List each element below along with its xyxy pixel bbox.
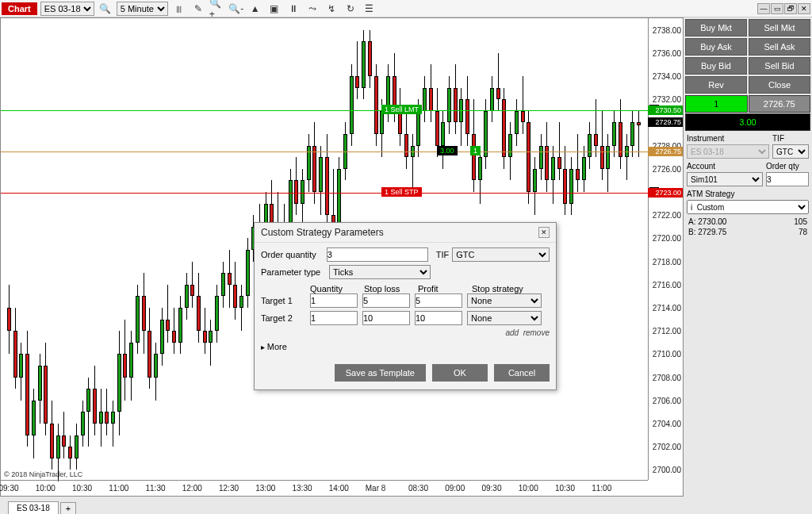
zoom-in-icon[interactable]: 🔍+ bbox=[209, 2, 225, 16]
target1-sl-input[interactable] bbox=[362, 293, 410, 308]
time-axis[interactable]: 09:3010:0010:3011:0011:3012:0012:3013:00… bbox=[1, 480, 648, 496]
entry-qty-tag: 1 bbox=[470, 146, 481, 155]
dlg-param-type-label: Parameter type bbox=[261, 267, 326, 277]
interval-select[interactable]: 5 Minute bbox=[117, 2, 168, 16]
order-qty-input[interactable] bbox=[766, 172, 809, 186]
atm-strategy-select[interactable]: i Custom bbox=[687, 200, 809, 214]
dialog-close-icon[interactable]: ✕ bbox=[538, 227, 550, 238]
save-template-button[interactable]: Save as Template bbox=[335, 364, 426, 382]
target2-profit-input[interactable] bbox=[415, 311, 462, 325]
instrument-select[interactable]: ES 03-18 bbox=[40, 2, 94, 16]
side-instrument-select[interactable]: ES 03-18 bbox=[687, 144, 769, 159]
minimize-icon[interactable]: ― bbox=[757, 3, 770, 14]
target1-stopstrategy-select[interactable]: None bbox=[467, 293, 542, 308]
remove-target-link[interactable]: remove bbox=[523, 328, 550, 337]
limit-order-line[interactable]: 1 Sell LMT ✕ bbox=[1, 110, 648, 111]
buy-mkt-button[interactable]: Buy Mkt bbox=[685, 19, 747, 36]
cancel-button[interactable]: Cancel bbox=[494, 364, 550, 382]
current-price-tag: 2729.75 bbox=[648, 117, 683, 127]
position-qty: 1 bbox=[685, 95, 748, 113]
ok-button[interactable]: OK bbox=[432, 364, 488, 382]
dlg-tif-label: TIF bbox=[436, 250, 450, 259]
account-select[interactable]: Sim101 bbox=[687, 172, 763, 186]
data-box-icon[interactable]: ▣ bbox=[266, 2, 282, 16]
entry-pnl-tag: 3.00 bbox=[437, 146, 458, 155]
more-toggle[interactable]: More bbox=[261, 342, 550, 351]
target1-label: Target 1 bbox=[261, 296, 305, 305]
strategy-icon[interactable]: ↯ bbox=[324, 2, 339, 16]
toolbar: Chart ES 03-18 🔍 5 Minute ⫼ ✎ 🔍+ 🔍- ▲ ▣ … bbox=[0, 0, 812, 17]
target2-sl-input[interactable] bbox=[362, 311, 410, 325]
close-window-icon[interactable]: ✕ bbox=[798, 3, 810, 14]
stop-order-tag[interactable]: 1 Sell STP bbox=[381, 187, 422, 197]
stop-price-tag: 2723.00 bbox=[648, 188, 683, 198]
atm-strategy-label: ATM Strategy bbox=[687, 190, 734, 198]
instrument-label: Instrument bbox=[687, 134, 769, 143]
reverse-button[interactable]: Rev bbox=[685, 76, 747, 94]
indicator-icon[interactable]: ⤳ bbox=[304, 2, 320, 16]
search-icon[interactable]: 🔍 bbox=[98, 2, 113, 16]
side-tif-select[interactable]: GTC bbox=[772, 144, 809, 159]
dlg-order-qty-label: Order quantity bbox=[261, 250, 324, 259]
sell-bid-button[interactable]: Sell Bid bbox=[749, 57, 810, 75]
close-position-button[interactable]: Close bbox=[749, 76, 810, 94]
copyright-text: © 2018 NinjaTrader, LLC bbox=[4, 470, 82, 478]
dialog-title: Custom Strategy Parameters bbox=[261, 227, 384, 238]
properties-icon[interactable]: ☰ bbox=[362, 2, 377, 16]
col-profit: Profit bbox=[418, 284, 472, 293]
ask-row: A: 2730.00 105 bbox=[688, 217, 807, 226]
tab-instrument[interactable]: ES 03-18 bbox=[8, 501, 59, 514]
refresh-icon[interactable]: ↻ bbox=[343, 2, 358, 16]
add-tab-button[interactable]: + bbox=[60, 502, 76, 514]
col-quantity: Quantity bbox=[310, 284, 364, 293]
dlg-tif-select[interactable]: GTC bbox=[452, 247, 550, 262]
limit-price-tag: 2730.50 bbox=[648, 105, 683, 115]
target2-qty-input[interactable] bbox=[310, 311, 358, 325]
custom-strategy-dialog: Custom Strategy Parameters ✕ Order quant… bbox=[254, 222, 557, 390]
account-label: Account bbox=[687, 162, 763, 171]
stop-order-line[interactable]: 1 Sell STP ✕ bbox=[1, 193, 648, 194]
target1-profit-input[interactable] bbox=[415, 293, 462, 308]
col-stop-strategy: Stop strategy bbox=[472, 284, 523, 293]
position-price: 2726.75 bbox=[749, 95, 811, 113]
cursor-icon[interactable]: ▲ bbox=[247, 2, 263, 16]
price-axis[interactable]: 2738.002736.002734.002732.002730.002728.… bbox=[648, 18, 683, 480]
target2-label: Target 2 bbox=[261, 313, 305, 323]
buy-ask-button[interactable]: Buy Ask bbox=[685, 38, 747, 56]
limit-order-tag[interactable]: 1 Sell LMT bbox=[381, 105, 422, 114]
position-pnl: 3.00 bbox=[685, 113, 810, 131]
target1-qty-input[interactable] bbox=[310, 293, 358, 308]
draw-icon[interactable]: ✎ bbox=[190, 2, 206, 16]
chart-label: Chart bbox=[2, 2, 37, 15]
buy-bid-button[interactable]: Buy Bid bbox=[685, 57, 747, 75]
sell-mkt-button[interactable]: Sell Mkt bbox=[749, 19, 810, 36]
dlg-order-qty-input[interactable] bbox=[327, 247, 428, 262]
trade-panel: Buy Mkt Sell Mkt Buy Ask Sell Ask Buy Bi… bbox=[684, 17, 812, 514]
zoom-out-icon[interactable]: 🔍- bbox=[228, 2, 244, 16]
chart-style-icon[interactable]: ⫼ bbox=[171, 2, 187, 16]
add-target-link[interactable]: add bbox=[505, 328, 519, 337]
sell-ask-button[interactable]: Sell Ask bbox=[749, 38, 810, 56]
window-controls: ― ▭ 🗗 ✕ bbox=[757, 3, 810, 14]
entry-price-tag: 2726.75 bbox=[648, 147, 683, 156]
tif-label: TIF bbox=[772, 134, 809, 143]
col-stop-loss: Stop loss bbox=[364, 284, 418, 293]
entry-line[interactable]: 3.00 1 bbox=[1, 152, 648, 152]
tab-bar: ES 03-18 + bbox=[0, 498, 684, 514]
bid-row: B: 2729.75 78 bbox=[688, 228, 807, 236]
target2-stopstrategy-select[interactable]: None bbox=[467, 311, 542, 325]
restore-icon[interactable]: 🗗 bbox=[784, 3, 797, 14]
maximize-icon[interactable]: ▭ bbox=[771, 3, 783, 14]
pause-icon[interactable]: ⏸ bbox=[285, 2, 301, 16]
order-qty-label: Order qty bbox=[766, 162, 809, 171]
dlg-param-type-select[interactable]: Ticks bbox=[329, 265, 431, 279]
